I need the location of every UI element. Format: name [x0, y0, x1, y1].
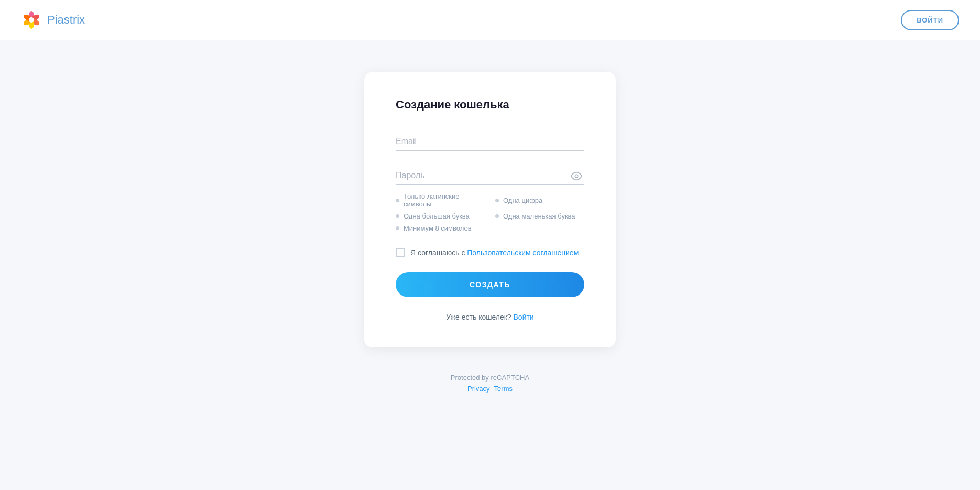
svg-point-7	[575, 175, 578, 178]
hint-dot	[396, 214, 399, 218]
hint-latin: Только латинские символы	[396, 192, 485, 208]
header-login-button[interactable]: ВОЙТИ	[901, 10, 959, 30]
password-group: Только латинские символы Одна цифра Одна…	[396, 167, 584, 232]
footer-links: Privacy Terms	[451, 385, 529, 393]
footer: Protected by reCAPTCHA Privacy Terms	[451, 374, 529, 408]
privacy-link[interactable]: Privacy	[467, 385, 490, 393]
registration-card: Создание кошелька Только латинск	[364, 72, 616, 347]
login-prompt-link[interactable]: Войти	[514, 313, 534, 321]
hint-dot	[495, 214, 499, 218]
logo-icon	[21, 9, 42, 30]
email-group	[396, 133, 584, 151]
agreement-link[interactable]: Пользовательским соглашением	[467, 248, 579, 257]
hint-dot	[495, 199, 499, 202]
agreement-row: Я соглашаюсь с Пользовательским соглашен…	[396, 248, 584, 257]
agreement-text: Я соглашаюсь с Пользовательским соглашен…	[410, 248, 579, 257]
terms-link[interactable]: Terms	[494, 385, 513, 393]
login-prompt: Уже есть кошелек? Войти	[396, 313, 584, 321]
login-prompt-text: Уже есть кошелек?	[446, 313, 513, 321]
eye-icon	[571, 170, 582, 182]
password-wrapper	[396, 167, 584, 185]
hint-lowercase-text: Одна маленькая буква	[503, 212, 575, 220]
create-button[interactable]: СОЗДАТЬ	[396, 272, 584, 297]
hint-uppercase: Одна большая буква	[396, 212, 485, 220]
page-title: Создание кошелька	[396, 98, 584, 112]
logo-text: Piastrix	[47, 13, 85, 27]
hint-lowercase: Одна маленькая буква	[495, 212, 584, 220]
agreement-checkbox[interactable]	[396, 248, 405, 257]
password-hints: Только латинские символы Одна цифра Одна…	[396, 192, 584, 232]
recaptcha-text: Protected by reCAPTCHA	[451, 374, 529, 382]
toggle-password-button[interactable]	[569, 168, 584, 184]
hint-dot	[396, 199, 399, 202]
hint-minlength-text: Минимум 8 символов	[404, 224, 472, 232]
hint-dot	[396, 226, 399, 230]
password-input[interactable]	[396, 167, 584, 185]
header: Piastrix ВОЙТИ	[0, 0, 980, 40]
hint-latin-text: Только латинские символы	[404, 192, 485, 208]
hint-digit: Одна цифра	[495, 192, 584, 208]
email-input[interactable]	[396, 133, 584, 151]
hint-uppercase-text: Одна большая буква	[404, 212, 470, 220]
svg-point-6	[29, 17, 34, 23]
hint-digit-text: Одна цифра	[503, 197, 542, 204]
main-content: Создание кошелька Только латинск	[0, 40, 980, 429]
logo[interactable]: Piastrix	[21, 9, 85, 30]
hint-minlength: Минимум 8 символов	[396, 224, 485, 232]
